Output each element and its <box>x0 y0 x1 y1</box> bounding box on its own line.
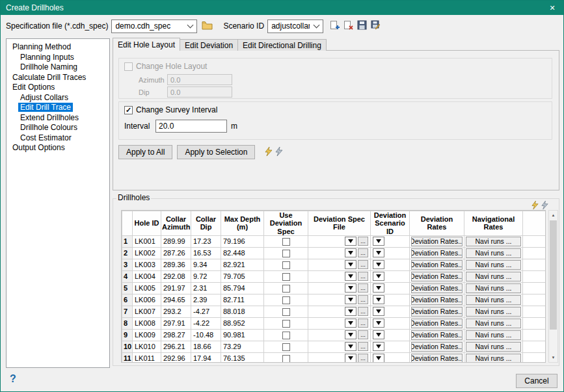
cell-collar-dip[interactable]: -10.48 <box>191 329 221 341</box>
browse-deviation-spec-button[interactable]: ... <box>358 248 368 257</box>
navigational-rates-button[interactable]: Navi runs ... <box>466 319 521 328</box>
cell-collar-dip[interactable]: 9.34 <box>191 259 221 270</box>
sidebar-item-calculate-drill-traces[interactable]: Calculate Drill Traces <box>10 73 88 82</box>
cancel-button[interactable]: Cancel <box>516 374 557 388</box>
cell-collar-dip[interactable]: 9.72 <box>191 270 221 282</box>
navigational-rates-button[interactable]: Navi runs ... <box>466 354 521 363</box>
row-number-cell[interactable]: 1 <box>122 235 133 247</box>
cell-max-depth[interactable]: 90.981 <box>221 329 264 341</box>
cell-collar-dip[interactable]: 2.39 <box>191 294 221 306</box>
row-number-cell[interactable]: 5 <box>122 282 133 294</box>
deviation-scenario-dropdown[interactable] <box>373 237 384 246</box>
use-deviation-spec-checkbox[interactable] <box>282 238 290 246</box>
row-number-cell[interactable]: 11 <box>122 352 133 363</box>
cell-collar-azimuth[interactable]: 289.99 <box>161 235 191 247</box>
browse-deviation-spec-button[interactable]: ... <box>358 283 368 293</box>
use-deviation-spec-checkbox[interactable] <box>282 308 290 316</box>
save-scenario-button[interactable] <box>356 20 368 33</box>
deviation-rates-button[interactable]: Deviation Rates... <box>411 237 463 246</box>
close-button[interactable]: ✕ <box>541 1 563 15</box>
cell-max-depth[interactable]: 73.29 <box>221 341 264 352</box>
apply-to-all-button[interactable]: Apply to All <box>118 145 172 159</box>
navigational-rates-button[interactable]: Navi runs ... <box>466 272 521 281</box>
cell-collar-dip[interactable]: 16.53 <box>191 247 221 259</box>
use-deviation-spec-checkbox[interactable] <box>282 332 290 339</box>
deviation-spec-file-dropdown[interactable] <box>345 237 356 246</box>
deviation-scenario-dropdown[interactable] <box>373 272 384 281</box>
deviation-rates-button[interactable]: Deviation Rates... <box>411 354 463 363</box>
save-as-scenario-button[interactable] <box>369 20 382 33</box>
use-deviation-spec-checkbox[interactable] <box>282 320 290 328</box>
navigational-rates-button[interactable]: Navi runs ... <box>466 248 521 258</box>
cell-max-depth[interactable]: 82.448 <box>221 247 264 259</box>
deviation-scenario-dropdown[interactable] <box>373 295 384 304</box>
cell-hole-id[interactable]: LK005 <box>133 282 161 294</box>
cell-hole-id[interactable]: LK006 <box>133 294 161 306</box>
cell-collar-azimuth[interactable]: 292.08 <box>161 270 191 282</box>
deviation-rates-button[interactable]: Deviation Rates... <box>411 295 463 305</box>
sidebar-item-planning-method[interactable]: Planning Method <box>10 42 73 51</box>
use-deviation-spec-checkbox[interactable] <box>282 355 290 363</box>
delete-scenario-button[interactable] <box>342 20 355 33</box>
use-deviation-spec-checkbox[interactable] <box>282 285 290 293</box>
deviation-spec-file-dropdown[interactable] <box>345 295 356 304</box>
deviation-rates-button[interactable]: Deviation Rates... <box>411 283 463 293</box>
scroll-down-icon[interactable]: ▼ <box>549 353 557 362</box>
cell-hole-id[interactable]: LK002 <box>133 247 161 259</box>
cell-hole-id[interactable]: LK009 <box>133 329 161 341</box>
tab-edit-deviation[interactable]: Edit Deviation <box>180 39 238 51</box>
cell-collar-azimuth[interactable]: 289.36 <box>161 259 191 270</box>
sidebar-item-output-options[interactable]: Output Options <box>10 143 67 152</box>
browse-deviation-spec-button[interactable]: ... <box>358 260 368 269</box>
cell-max-depth[interactable]: 88.018 <box>221 306 264 317</box>
row-number-cell[interactable]: 7 <box>122 306 133 317</box>
cell-collar-azimuth[interactable]: 294.65 <box>161 294 191 306</box>
deviation-scenario-dropdown[interactable] <box>373 307 384 316</box>
sidebar-item-extend-drillholes[interactable]: Extend Drillholes <box>18 113 81 122</box>
sidebar-item-cost-estimator[interactable]: Cost Estimator <box>18 133 74 142</box>
row-number-cell[interactable]: 10 <box>122 341 133 352</box>
navigational-rates-button[interactable]: Navi runs ... <box>466 295 521 305</box>
use-deviation-spec-checkbox[interactable] <box>282 250 290 257</box>
row-number-cell[interactable]: 3 <box>122 259 133 270</box>
cell-collar-dip[interactable]: 2.31 <box>191 282 221 294</box>
cell-collar-azimuth[interactable]: 291.97 <box>161 282 191 294</box>
cell-hole-id[interactable]: LK004 <box>133 270 161 282</box>
tab-edit-hole-layout[interactable]: Edit Hole Layout <box>113 38 180 51</box>
sidebar-item-planning-inputs[interactable]: Planning Inputs <box>18 53 76 62</box>
browse-deviation-spec-button[interactable]: ... <box>358 330 368 339</box>
deviation-scenario-dropdown[interactable] <box>373 354 384 363</box>
cell-max-depth[interactable]: 88.952 <box>221 317 264 329</box>
deviation-spec-file-dropdown[interactable] <box>345 272 356 281</box>
deviation-spec-file-dropdown[interactable] <box>345 330 356 339</box>
scenario-id-combobox[interactable]: adjustcollars <box>267 20 323 33</box>
sidebar-item-drillhole-colours[interactable]: Drillhole Colours <box>18 123 79 132</box>
cell-max-depth[interactable]: 82.921 <box>221 259 264 270</box>
cell-collar-dip[interactable]: -4.22 <box>191 317 221 329</box>
cell-collar-azimuth[interactable]: 287.26 <box>161 247 191 259</box>
cell-hole-id[interactable]: LK007 <box>133 306 161 317</box>
browse-deviation-spec-button[interactable]: ... <box>358 342 368 351</box>
sidebar-item-adjust-collars[interactable]: Adjust Collars <box>18 93 70 102</box>
navigational-rates-button[interactable]: Navi runs ... <box>466 260 521 270</box>
deviation-scenario-dropdown[interactable] <box>373 260 384 269</box>
cell-max-depth[interactable]: 85.794 <box>221 282 264 294</box>
deviation-scenario-dropdown[interactable] <box>373 319 384 328</box>
table-vertical-scrollbar[interactable]: ▲ ▼ <box>548 210 558 363</box>
sidebar-item-edit-options[interactable]: Edit Options <box>10 83 57 92</box>
new-scenario-button[interactable] <box>329 20 341 33</box>
deviation-rates-button[interactable]: Deviation Rates... <box>411 307 463 317</box>
cell-max-depth[interactable]: 79.196 <box>221 235 264 247</box>
cell-collar-dip[interactable]: 17.23 <box>191 235 221 247</box>
cell-collar-azimuth[interactable]: 292.96 <box>161 352 191 363</box>
deviation-rates-button[interactable]: Deviation Rates... <box>411 248 463 258</box>
navigational-rates-button[interactable]: Navi runs ... <box>466 330 521 340</box>
row-number-cell[interactable]: 2 <box>122 247 133 259</box>
change-survey-interval-checkbox[interactable] <box>124 106 133 114</box>
help-button[interactable]: ? <box>10 373 16 385</box>
deviation-rates-button[interactable]: Deviation Rates... <box>411 342 463 352</box>
browse-deviation-spec-button[interactable]: ... <box>358 272 368 281</box>
use-deviation-spec-checkbox[interactable] <box>282 296 290 304</box>
table-apply-flash-icon[interactable] <box>531 201 539 211</box>
deviation-spec-file-dropdown[interactable] <box>345 319 356 328</box>
